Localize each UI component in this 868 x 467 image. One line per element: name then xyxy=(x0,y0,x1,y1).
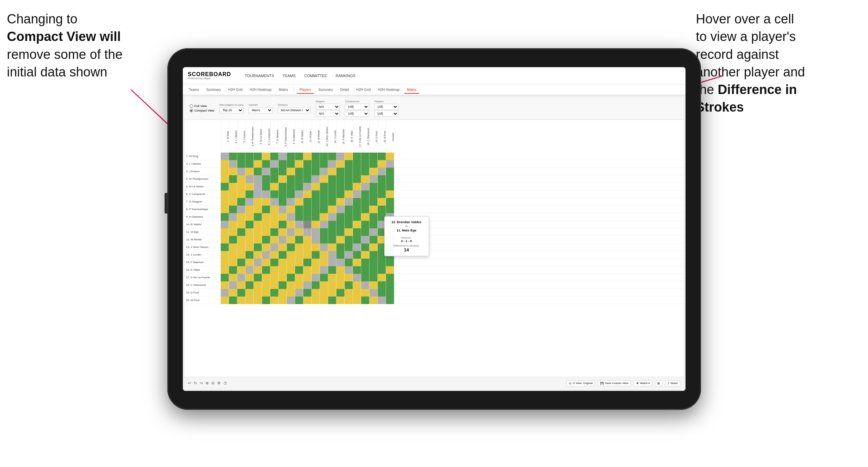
matrix-cell[interactable] xyxy=(237,228,245,236)
matrix-cell[interactable] xyxy=(237,236,245,243)
matrix-cell[interactable] xyxy=(270,221,279,228)
matrix-cell[interactable] xyxy=(221,160,229,168)
matrix-cell[interactable] xyxy=(386,289,394,297)
matrix-cell[interactable] xyxy=(361,168,369,175)
matrix-cell[interactable] xyxy=(221,206,229,213)
matrix-cell[interactable] xyxy=(287,198,295,206)
region-select1[interactable]: N/A xyxy=(316,104,340,110)
matrix-cell[interactable] xyxy=(345,266,353,274)
compact-view-radio[interactable] xyxy=(190,109,193,112)
matrix-cell[interactable] xyxy=(303,175,312,183)
matrix-cell[interactable] xyxy=(237,175,245,183)
matrix-cell[interactable] xyxy=(386,266,394,274)
matrix-cell[interactable] xyxy=(262,160,270,168)
matrix-cell[interactable] xyxy=(221,198,229,206)
matrix-cell[interactable] xyxy=(287,243,295,251)
matrix-cell[interactable] xyxy=(237,190,245,198)
matrix-cell[interactable] xyxy=(262,243,270,251)
matrix-cell[interactable] xyxy=(303,153,312,160)
matrix-cell[interactable] xyxy=(270,213,279,221)
matrix-cell[interactable] xyxy=(345,259,353,266)
matrix-cell[interactable] xyxy=(328,213,336,221)
matrix-cell[interactable] xyxy=(378,206,386,213)
matrix-cell[interactable] xyxy=(221,190,229,198)
matrix-cell[interactable] xyxy=(328,198,336,206)
matrix-cell[interactable] xyxy=(378,259,386,266)
matrix-cell[interactable] xyxy=(386,297,394,304)
matrix-cell[interactable] xyxy=(229,153,237,160)
matrix-cell[interactable] xyxy=(287,168,295,175)
matrix-cell[interactable] xyxy=(270,274,279,281)
matrix-cell[interactable] xyxy=(361,228,369,236)
matrix-cell[interactable] xyxy=(245,160,254,168)
matrix-cell[interactable] xyxy=(245,281,254,289)
matrix-cell[interactable] xyxy=(378,175,386,183)
nav-teams[interactable]: TEAMS xyxy=(283,73,296,79)
matrix-cell[interactable] xyxy=(295,160,303,168)
matrix-cell[interactable] xyxy=(254,266,262,274)
matrix-cell[interactable] xyxy=(303,213,312,221)
matrix-cell[interactable] xyxy=(369,251,378,259)
matrix-cell[interactable] xyxy=(361,243,369,251)
matrix-cell[interactable] xyxy=(361,198,369,206)
matrix-cell[interactable] xyxy=(295,168,303,175)
division-select[interactable]: NCAA Division I xyxy=(278,107,311,113)
matrix-cell[interactable] xyxy=(336,251,345,259)
matrix-cell[interactable] xyxy=(336,266,345,274)
matrix-cell[interactable] xyxy=(262,175,270,183)
matrix-cell[interactable] xyxy=(270,206,279,213)
matrix-cell[interactable] xyxy=(353,213,361,221)
matrix-cell[interactable] xyxy=(328,259,336,266)
matrix-cell[interactable] xyxy=(295,251,303,259)
matrix-cell[interactable] xyxy=(328,175,336,183)
matrix-cell[interactable] xyxy=(320,206,328,213)
matrix-cell[interactable] xyxy=(369,297,378,304)
matrix-cell[interactable] xyxy=(369,266,378,274)
matrix-cell[interactable] xyxy=(237,274,245,281)
matrix-cell[interactable] xyxy=(328,228,336,236)
matrix-cell[interactable] xyxy=(336,153,345,160)
matrix-cell[interactable] xyxy=(378,198,386,206)
matrix-cell[interactable] xyxy=(353,183,361,190)
matrix-cell[interactable] xyxy=(254,198,262,206)
matrix-cell[interactable] xyxy=(386,274,394,281)
matrix-cell[interactable] xyxy=(336,221,345,228)
matrix-cell[interactable] xyxy=(353,206,361,213)
matrix-cell[interactable] xyxy=(303,183,312,190)
matrix-cell[interactable] xyxy=(262,206,270,213)
matrix-cell[interactable] xyxy=(369,160,378,168)
matrix-cell[interactable] xyxy=(270,251,279,259)
matrix-cell[interactable] xyxy=(320,213,328,221)
matrix-cell[interactable] xyxy=(270,190,279,198)
matrix-cell[interactable] xyxy=(262,297,270,304)
matrix-cell[interactable] xyxy=(312,168,320,175)
matrix-cell[interactable] xyxy=(336,160,345,168)
matrix-cell[interactable] xyxy=(262,183,270,190)
matrix-cell[interactable] xyxy=(229,236,237,243)
matrix-cell[interactable] xyxy=(237,206,245,213)
matrix-cell[interactable] xyxy=(369,213,378,221)
matrix-cell[interactable] xyxy=(312,206,320,213)
matrix-cell[interactable] xyxy=(312,266,320,274)
matrix-cell[interactable] xyxy=(254,228,262,236)
matrix-cell[interactable] xyxy=(262,274,270,281)
matrix-cell[interactable] xyxy=(369,175,378,183)
matrix-cell[interactable] xyxy=(345,221,353,228)
zoom-out-icon[interactable]: ⊖ xyxy=(211,381,215,385)
matrix-cell[interactable] xyxy=(303,206,312,213)
matrix-cell[interactable] xyxy=(221,297,229,304)
matrix-cell[interactable] xyxy=(221,281,229,289)
matrix-cell[interactable] xyxy=(287,274,295,281)
matrix-cell[interactable] xyxy=(378,183,386,190)
nav-tournaments[interactable]: TOURNAMENTS xyxy=(245,73,274,79)
matrix-cell[interactable] xyxy=(279,160,287,168)
matrix-cell[interactable] xyxy=(353,259,361,266)
matrix-cell[interactable] xyxy=(328,289,336,297)
matrix-cell[interactable] xyxy=(229,221,237,228)
matrix-cell[interactable] xyxy=(295,175,303,183)
matrix-cell[interactable] xyxy=(361,221,369,228)
matrix-cell[interactable] xyxy=(221,175,229,183)
matrix-cell[interactable] xyxy=(328,243,336,251)
matrix-cell[interactable] xyxy=(345,213,353,221)
matrix-cell[interactable] xyxy=(262,190,270,198)
